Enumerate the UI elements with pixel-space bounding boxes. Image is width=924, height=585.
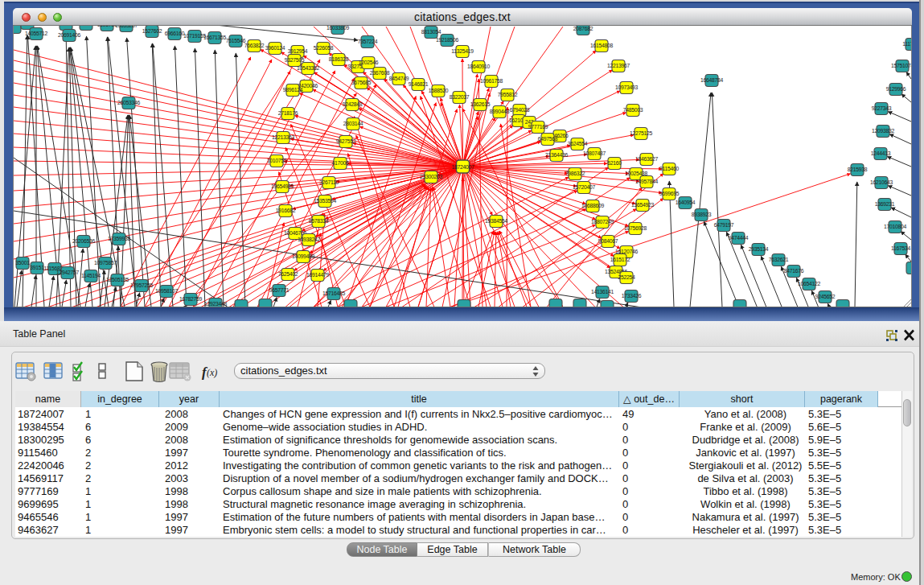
svg-text:8813054: 8813054 [421,29,441,35]
svg-text:19218506: 19218506 [436,37,459,43]
svg-text:8938923: 8938923 [692,212,712,217]
svg-text:1244413: 1244413 [871,150,891,156]
svg-text:9699695: 9699695 [659,191,680,196]
svg-text:8471676: 8471676 [784,268,804,274]
svg-text:20206536: 20206536 [72,238,96,244]
svg-text:2367608: 2367608 [370,70,390,76]
svg-text:7515546: 7515546 [226,38,246,43]
svg-text:8990448: 8990448 [490,109,510,114]
svg-text:1916682: 1916682 [276,208,296,213]
svg-text:3624554: 3624554 [568,141,588,146]
svg-text:9427552: 9427552 [336,138,356,144]
svg-text:12213967: 12213967 [607,63,630,68]
svg-text:19384554: 19384554 [485,218,508,224]
svg-text:1588520: 1588520 [429,88,449,93]
svg-text:2718176: 2718176 [278,110,298,116]
svg-text:7625402: 7625402 [278,271,298,277]
svg-text:1167534: 1167534 [891,245,911,251]
svg-text:1010755: 1010755 [267,158,287,163]
svg-text:2803144: 2803144 [343,121,363,126]
svg-text:10756928: 10756928 [624,225,647,231]
svg-text:9657771: 9657771 [269,287,290,293]
svg-text:9474444: 9474444 [729,235,749,241]
svg-text:8322037: 8322037 [450,94,470,100]
svg-text:16782759: 16782759 [179,296,203,302]
svg-text:(x): (x) [207,367,217,378]
svg-text:23300203: 23300203 [420,174,443,179]
svg-text:10973493: 10973493 [615,84,639,90]
svg-text:17010804: 17010804 [884,224,907,229]
svg-text:62160: 62160 [607,160,622,166]
svg-text:9115460: 9115460 [659,166,680,171]
svg-text:2935134: 2935134 [749,246,769,252]
svg-text:8578334: 8578334 [309,218,329,224]
svg-text:16154808: 16154808 [590,43,614,48]
svg-text:17359938: 17359938 [108,236,131,241]
svg-text:8454749: 8454749 [389,76,409,81]
svg-text:7955812: 7955812 [498,92,518,97]
svg-text:9129966: 9129966 [886,86,906,92]
svg-text:16914479: 16914479 [306,272,330,278]
svg-text:39151: 39151 [30,265,44,270]
svg-text:9242848: 9242848 [343,101,363,107]
svg-text:9227343: 9227343 [872,105,892,111]
svg-text:10807487: 10807487 [583,150,606,156]
svg-text:16033809: 16033809 [326,26,350,31]
svg-text:7663822: 7663822 [244,43,265,48]
svg-text:15353594: 15353594 [314,198,337,204]
svg-text:6479197: 6479197 [714,222,734,228]
svg-text:15716485: 15716485 [322,290,346,296]
svg-text:12942757: 12942757 [56,270,80,275]
svg-text:12093832: 12093832 [872,128,895,134]
svg-text:16210643: 16210643 [870,179,893,185]
svg-text:13654923: 13654923 [631,202,655,208]
svg-text:1362615: 1362615 [470,101,491,107]
svg-text:21364436: 21364436 [545,152,569,158]
svg-text:6966160: 6966160 [165,31,185,36]
svg-text:8186328: 8186328 [329,56,349,62]
svg-text:12275125: 12275125 [630,130,653,136]
svg-text:15720407: 15720407 [573,184,596,190]
svg-text:14938242: 14938242 [298,237,321,242]
svg-text:7357224: 7357224 [358,39,378,44]
svg-text:10975857: 10975857 [94,260,117,266]
svg-text:18640910: 18640910 [467,64,491,69]
svg-text:18807249: 18807249 [591,219,614,225]
svg-text:8215938: 8215938 [848,167,868,172]
svg-text:10688609: 10688609 [581,203,605,208]
svg-text:10958107: 10958107 [155,288,179,294]
svg-text:14136141: 14136141 [591,289,614,295]
svg-text:1202546: 1202546 [359,60,379,65]
svg-text:20691406: 20691406 [58,32,81,38]
svg-text:16648784: 16648784 [700,77,724,83]
svg-text:19654985: 19654985 [271,183,294,189]
svg-text:417006: 417006 [331,160,349,166]
svg-text:252254: 252254 [618,274,635,280]
svg-text:10961758: 10961758 [480,78,503,84]
svg-text:18463627: 18463627 [635,156,659,162]
svg-text:16671355: 16671355 [203,35,227,40]
svg-text:9777169: 9777169 [528,124,548,130]
svg-text:2087682: 2087682 [573,26,593,31]
svg-text:1117207: 1117207 [902,41,911,47]
svg-text:3960124: 3960124 [265,45,285,51]
svg-text:15751074: 15751074 [891,63,911,68]
svg-text:14957844: 14957844 [635,179,659,184]
svg-text:6794028: 6794028 [510,107,530,113]
svg-text:9896124: 9896124 [283,87,303,93]
svg-text:9084067: 9084067 [598,238,618,244]
svg-text:1640954: 1640954 [676,200,696,205]
svg-text:1733426: 1733426 [622,293,642,299]
svg-text:3912954: 3912954 [288,48,308,54]
svg-text:9245652: 9245652 [815,294,836,299]
svg-text:10654122: 10654122 [798,281,821,286]
svg-text:14055712: 14055712 [25,31,48,36]
svg-text:3267110: 3267110 [319,179,339,185]
svg-text:12923448: 12923448 [204,301,228,307]
svg-text:35001: 35001 [15,260,30,266]
svg-text:7485003: 7485003 [623,107,643,113]
svg-text:18724007: 18724007 [451,164,474,170]
svg-text:14099489: 14099489 [292,253,315,259]
svg-text:1145194: 1145194 [81,273,101,278]
svg-text:1615172: 1615172 [610,257,630,262]
